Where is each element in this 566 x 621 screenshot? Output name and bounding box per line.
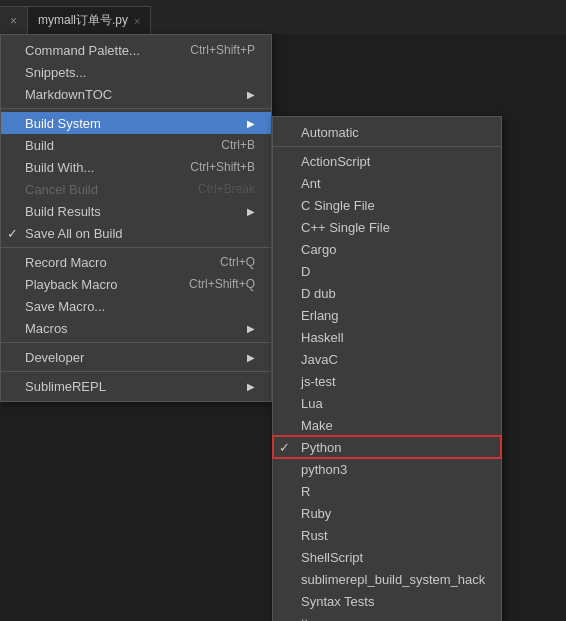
menu-item-ant[interactable]: Ant <box>273 172 501 194</box>
menu-item-js-test[interactable]: js-test <box>273 370 501 392</box>
menu-item-javac[interactable]: JavaC <box>273 348 501 370</box>
menu-item-build-with[interactable]: Build With... Ctrl+Shift+B <box>1 156 271 178</box>
menu-item-snippets[interactable]: Snippets... <box>1 61 271 83</box>
menu-item-cpp-single-file[interactable]: C++ Single File <box>273 216 501 238</box>
menu-item-rust[interactable]: Rust <box>273 524 501 546</box>
menu-item-d-dub[interactable]: D dub <box>273 282 501 304</box>
menu-item-sublime-repl[interactable]: SublimeREPL ▶ <box>1 375 271 397</box>
separator-4 <box>1 371 271 372</box>
menu-item-python[interactable]: ✓ Python <box>273 436 501 458</box>
sublime-repl-arrow: ▶ <box>247 381 255 392</box>
menu-item-actionscript[interactable]: ActionScript <box>273 150 501 172</box>
menu-item-macros[interactable]: Macros ▶ <box>1 317 271 339</box>
menu-item-haskell[interactable]: Haskell <box>273 326 501 348</box>
menu-item-markdown-toc[interactable]: MarkdownTOC ▶ <box>1 83 271 105</box>
build-system-arrow: ▶ <box>247 118 255 129</box>
menu-overlay: Command Palette... Ctrl+Shift+P Snippets… <box>0 34 566 621</box>
separator-1 <box>1 108 271 109</box>
tab-filename: mymall订单号.py <box>38 12 128 29</box>
menu-item-python3[interactable]: python3 <box>273 458 501 480</box>
tab-close-x[interactable]: × <box>0 6 28 34</box>
menu-item-build-system[interactable]: Build System ▶ <box>1 112 271 134</box>
menu-item-lua[interactable]: Lua <box>273 392 501 414</box>
menu-item-ruby[interactable]: Ruby <box>273 502 501 524</box>
menu-item-make[interactable]: Make <box>273 414 501 436</box>
tab-close-label[interactable]: × <box>10 14 17 28</box>
menu-item-cargo[interactable]: Cargo <box>273 238 501 260</box>
tab-main-close[interactable]: × <box>134 15 140 27</box>
menu-item-build[interactable]: Build Ctrl+B <box>1 134 271 156</box>
python-checkmark: ✓ <box>279 440 290 455</box>
developer-arrow: ▶ <box>247 352 255 363</box>
separator-2 <box>1 247 271 248</box>
save-all-checkmark: ✓ <box>7 226 18 241</box>
separator-3 <box>1 342 271 343</box>
menu-item-cancel-build: Cancel Build Ctrl+Break <box>1 178 271 200</box>
menu-item-record-macro[interactable]: Record Macro Ctrl+Q <box>1 251 271 273</box>
menu-item-automatic[interactable]: Automatic <box>273 121 501 143</box>
menu-item-command-palette[interactable]: Command Palette... Ctrl+Shift+P <box>1 39 271 61</box>
menu-item-tt[interactable]: tt <box>273 612 501 621</box>
menu-item-shellscript[interactable]: ShellScript <box>273 546 501 568</box>
menu-item-save-all-on-build[interactable]: ✓ Save All on Build <box>1 222 271 244</box>
menu-item-erlang[interactable]: Erlang <box>273 304 501 326</box>
macros-arrow: ▶ <box>247 323 255 334</box>
tab-main[interactable]: mymall订单号.py × <box>28 6 151 34</box>
menu-item-syntax-tests[interactable]: Syntax Tests <box>273 590 501 612</box>
menu-item-r[interactable]: R <box>273 480 501 502</box>
menu-item-c-single-file[interactable]: C Single File <box>273 194 501 216</box>
menu-item-build-results[interactable]: Build Results ▶ <box>1 200 271 222</box>
secondary-menu: Automatic ActionScript Ant C Single File… <box>272 116 502 621</box>
build-results-arrow: ▶ <box>247 206 255 217</box>
menu-item-save-macro[interactable]: Save Macro... <box>1 295 271 317</box>
menu-item-sublimerepl-hack[interactable]: sublimerepl_build_system_hack <box>273 568 501 590</box>
sub-separator-1 <box>273 146 501 147</box>
menu-item-developer[interactable]: Developer ▶ <box>1 346 271 368</box>
menu-item-playback-macro[interactable]: Playback Macro Ctrl+Shift+Q <box>1 273 271 295</box>
menu-item-d[interactable]: D <box>273 260 501 282</box>
markdown-toc-arrow: ▶ <box>247 89 255 100</box>
tab-bar: × mymall订单号.py × <box>0 0 566 34</box>
primary-menu: Command Palette... Ctrl+Shift+P Snippets… <box>0 34 272 402</box>
